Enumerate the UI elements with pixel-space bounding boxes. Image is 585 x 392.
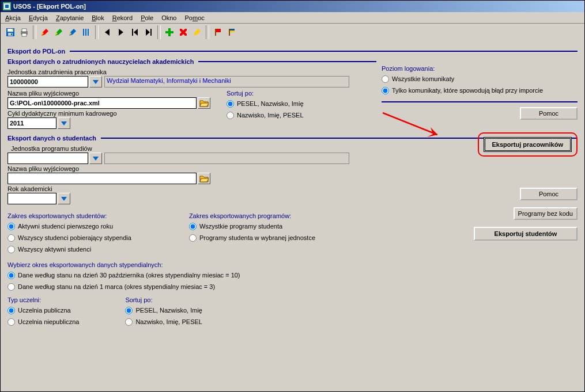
edit-yellow-icon[interactable] (191, 26, 203, 39)
export-students-button[interactable]: Eksportuj studentów (474, 227, 578, 241)
student-sort-pesel-radio[interactable]: PESEL, Nazwisko, Imię (125, 305, 202, 315)
school-type-nonpublic-radio[interactable]: Uczelnia niepubliczna (7, 317, 79, 327)
svg-rect-21 (230, 29, 235, 31)
edit-green-icon[interactable] (52, 26, 65, 39)
student-sort-title: Sortuj po: (125, 296, 202, 303)
menu-edycja[interactable]: Edycja (29, 14, 48, 21)
teacher-file-browse-button[interactable] (198, 97, 210, 109)
student-year-lov-button[interactable] (58, 193, 70, 204)
school-type-public-radio[interactable]: Uczelnia publiczna (7, 305, 79, 315)
svg-rect-7 (12, 29, 13, 31)
svg-rect-12 (85, 29, 86, 36)
student-unit-lov-button[interactable] (89, 153, 102, 164)
next-bar-icon[interactable] (142, 26, 155, 39)
teacher-file-input[interactable] (7, 97, 197, 109)
toolbar (1, 24, 584, 41)
svg-rect-11 (83, 29, 84, 36)
window-titlebar: USOS - [Ekport POL-on] (1, 1, 584, 12)
scope-students-3-radio[interactable]: Wszyscy aktywni studenci (7, 244, 131, 254)
teacher-file-label: Nazwa pliku wyjściowego (7, 90, 210, 97)
svg-rect-10 (22, 33, 27, 36)
student-unit-input[interactable] (7, 153, 88, 164)
svg-rect-22 (230, 31, 235, 32)
columns-icon[interactable] (80, 26, 93, 39)
student-file-input[interactable] (7, 173, 197, 184)
student-unit-name (104, 153, 349, 164)
teacher-sort-pesel-radio[interactable]: PESEL, Nazwisko, Imię (227, 98, 304, 109)
svg-rect-13 (88, 29, 89, 36)
scope-students-title: Zakres eksportowanych studentów: (7, 212, 131, 219)
window-title: USOS - [Ekport POL-on] (13, 3, 86, 10)
svg-rect-20 (229, 29, 230, 36)
flag-icon[interactable] (212, 26, 224, 39)
svg-rect-15 (150, 29, 152, 36)
menubar: Akcja Edycja Zapytanie Blok Rekord Pole … (1, 12, 584, 24)
export-teachers-button[interactable]: Eksportuj pracowników (484, 137, 572, 152)
school-type-title: Typ uczelni: (7, 296, 79, 303)
teacher-cycle-label: Cykl dydaktyczny minimum kadrowego (7, 110, 210, 117)
svg-rect-6 (11, 33, 12, 35)
teacher-sort-name-radio[interactable]: Nazwisko, Imię, PESEL (227, 110, 304, 120)
svg-rect-19 (216, 29, 221, 32)
menu-akcja[interactable]: Akcja (5, 14, 21, 21)
menu-okno[interactable]: Okno (161, 14, 176, 21)
programs-without-code-button[interactable]: Programy bez kodu (514, 207, 578, 220)
loglevel-title: Poziom logowania: (382, 65, 578, 72)
scope-students-2-radio[interactable]: Wszyscy studenci pobierający stypendia (7, 233, 131, 243)
teacher-unit-lov-button[interactable] (89, 76, 102, 87)
loglevel-errors-radio[interactable]: Tylko komunikaty, które spowodują błąd p… (382, 85, 578, 96)
svg-rect-9 (22, 29, 27, 32)
student-file-label: Nazwa pliku wyjściowego (7, 165, 578, 172)
teacher-cycle-lov-button[interactable] (58, 117, 70, 129)
app-icon (3, 2, 11, 10)
menu-pole[interactable]: Pole (141, 14, 153, 21)
stipend-mar-radio[interactable]: Dane według stanu na dzień 1 marca (okre… (7, 281, 578, 292)
loglevel-all-radio[interactable]: Wszystkie komunikaty (382, 74, 578, 84)
edit-red-icon[interactable] (39, 26, 51, 39)
scope-students-1-radio[interactable]: Aktywni studenci pierwszego roku (7, 221, 131, 231)
teacher-cycle-input[interactable] (7, 117, 56, 129)
edit-blue-icon[interactable] (66, 26, 79, 39)
menu-zapytanie[interactable]: Zapytanie (56, 14, 84, 21)
student-year-input[interactable] (7, 193, 56, 204)
section-main-title: Eksport do POL-on (7, 48, 578, 55)
delete-red-icon[interactable] (177, 26, 190, 39)
flag2-icon[interactable] (225, 26, 238, 39)
svg-rect-2 (5, 5, 9, 8)
menu-pomoc[interactable]: Pomoc (184, 14, 204, 21)
menu-rekord[interactable]: Rekord (112, 14, 133, 21)
scope-programs-2-radio[interactable]: Programy studenta w wybranej jednostce (189, 233, 315, 243)
teacher-unit-input[interactable] (7, 76, 88, 87)
print-icon[interactable] (18, 26, 31, 39)
prev-bar-icon[interactable] (129, 26, 141, 39)
scope-programs-title: Zakres eksportowanych programów: (189, 212, 315, 219)
stipend-title: Wybierz okres eksportowanych danych styp… (7, 261, 578, 268)
svg-rect-18 (215, 29, 216, 36)
svg-rect-17 (165, 31, 173, 33)
teacher-sort-label: Sortuj po: (227, 90, 304, 97)
student-sort-name-radio[interactable]: Nazwisko, Imię, PESEL (125, 317, 202, 327)
add-green-icon[interactable] (163, 26, 176, 39)
help-teachers-button[interactable]: Pomoc (520, 107, 578, 120)
section-teachers-title: Eksport danych o zatrudnionych nauczycie… (7, 58, 376, 65)
save-icon[interactable] (4, 26, 17, 39)
first-icon[interactable] (101, 26, 114, 39)
last-icon[interactable] (115, 26, 127, 39)
scope-programs-1-radio[interactable]: Wszystkie programy studenta (189, 221, 315, 231)
help-students-button[interactable]: Pomoc (520, 188, 578, 200)
menu-blok[interactable]: Blok (92, 14, 104, 21)
stipend-oct-radio[interactable]: Dane według stanu na dzień 30 październi… (7, 270, 578, 280)
svg-rect-14 (132, 29, 133, 36)
student-file-browse-button[interactable] (198, 173, 210, 184)
teacher-unit-name: Wydział Matematyki, Informatyki i Mechan… (104, 76, 349, 87)
